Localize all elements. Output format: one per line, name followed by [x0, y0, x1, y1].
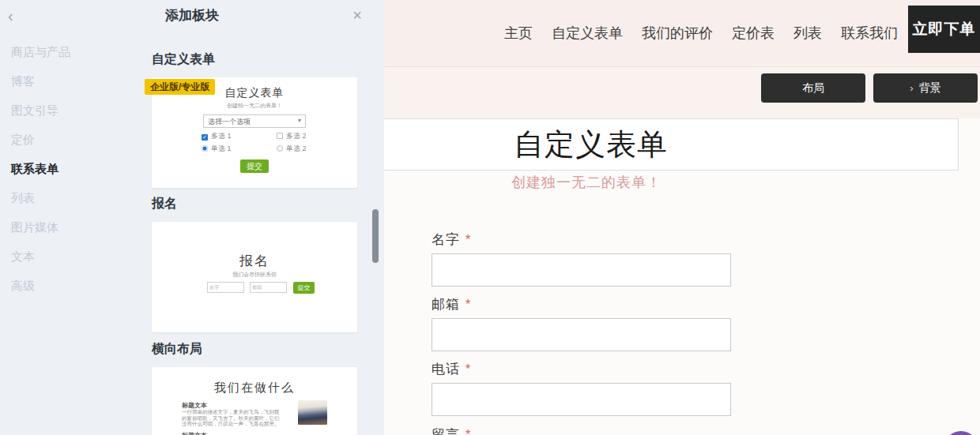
preview-radio-2: 单选 2	[277, 144, 307, 154]
order-now-button[interactable]: 立即下单	[908, 6, 980, 53]
card-preview-title: 我们在做什么	[152, 381, 357, 396]
preview-radio-1-label: 单选 1	[211, 144, 232, 152]
preview-checkbox-1-label: 多选 1	[211, 132, 232, 140]
sidebar-item-contact-form[interactable]: 联系表单	[11, 163, 130, 175]
nav-item-list[interactable]: 列表	[793, 24, 822, 43]
preview-checkbox-2: 多选 2	[277, 131, 307, 141]
panel-title: 添加板块	[0, 6, 384, 26]
preview-item-text: 一行简单的描述文字，夏天的飞鸟，飞到我的窗前唱歌，又飞去了。秋天的黄叶，它们没有…	[182, 409, 283, 427]
sidebar-item-store[interactable]: 商店与产品	[11, 46, 130, 58]
layout-button[interactable]: 布局	[761, 73, 865, 103]
checkbox-checked-icon: ✓	[202, 134, 208, 141]
preview-select-text: 选择一个选项	[208, 117, 251, 127]
section-heading-signup: 报名	[152, 197, 177, 211]
category-sidebar: 商店与产品 博客 图文引导 定价 联系表单 列表 图片媒体 文本 高级	[11, 46, 130, 309]
caret-down-icon: ▾	[298, 117, 301, 124]
required-asterisk: *	[466, 362, 470, 376]
form-field-email: 邮箱*	[432, 295, 731, 313]
field-label: 邮箱	[432, 297, 460, 312]
preview-submit-button: 提交	[240, 159, 269, 173]
nav-item-contact-us[interactable]: 联系我们	[841, 24, 898, 43]
chevron-right-icon: ›	[910, 82, 913, 94]
section-heading-custom-form: 自定义表单	[152, 52, 215, 66]
email-input[interactable]	[432, 318, 731, 351]
name-input[interactable]	[432, 253, 731, 287]
template-card-signup[interactable]: 报名 我们会尽快联系你 提交	[152, 222, 357, 332]
background-button-label: 背景	[919, 81, 941, 96]
preview-item2-heading: 标题文本	[182, 431, 207, 435]
preview-select: 选择一个选项 ▾	[203, 114, 306, 128]
checkbox-unchecked-icon	[277, 133, 283, 139]
preview-email-input	[250, 282, 287, 293]
sidebar-item-advanced[interactable]: 高级	[11, 279, 130, 292]
radio-unselected-icon	[277, 145, 283, 152]
phone-input[interactable]	[432, 383, 731, 416]
preview-submit-button: 提交	[293, 282, 315, 294]
template-card-horizontal-layout[interactable]: 我们在做什么 标题文本 一行简单的描述文字，夏天的飞鸟，飞到我的窗前唱歌，又飞去…	[152, 367, 357, 435]
sidebar-item-blog[interactable]: 博客	[11, 75, 130, 88]
sidebar-item-text[interactable]: 文本	[11, 250, 130, 263]
preview-name-input	[207, 282, 244, 293]
site-nav: 主页 自定义表单 我们的评价 定价表 列表 联系我们	[504, 0, 898, 66]
preview-checkbox-2-label: 多选 2	[286, 132, 307, 140]
required-asterisk: *	[466, 298, 470, 311]
form-section-title[interactable]: 自定义表单	[514, 118, 668, 171]
nav-item-custom-form[interactable]: 自定义表单	[552, 24, 623, 43]
field-label: 留言	[432, 427, 460, 435]
title-edit-box[interactable]	[383, 118, 959, 171]
preview-checkbox-1: ✓多选 1	[202, 131, 232, 141]
sunset-photo-thumbnail	[298, 400, 327, 425]
card-preview-subtitle: 创建独一无二的表单！	[152, 102, 357, 110]
form-field-message: 留言*	[432, 426, 731, 435]
website-builder-app: ‹ 添加板块 × 商店与产品 博客 图文引导 定价 联系表单 列表 图片媒体 文…	[0, 0, 980, 435]
sidebar-item-pricing[interactable]: 定价	[11, 133, 130, 146]
preview-radio-1: 单选 1	[202, 144, 232, 154]
panel-scrollbar-thumb[interactable]	[372, 209, 379, 263]
nav-item-home[interactable]: 主页	[504, 24, 533, 43]
required-asterisk: *	[466, 233, 470, 246]
template-card-custom-form[interactable]: 企业版/专业版 自定义表单 创建独一无二的表单！ 选择一个选项 ▾ ✓多选 1 …	[152, 77, 357, 188]
chat-bubble-button[interactable]	[944, 431, 978, 435]
nav-item-pricing-table[interactable]: 定价表	[732, 24, 775, 43]
close-icon[interactable]: ×	[352, 6, 362, 24]
card-preview-subtitle: 我们会尽快联系你	[152, 271, 357, 279]
sidebar-item-list[interactable]: 列表	[11, 192, 130, 204]
field-label: 电话	[432, 362, 460, 377]
preview-input-row: 提交	[207, 282, 315, 294]
add-section-panel: ‹ 添加板块 × 商店与产品 博客 图文引导 定价 联系表单 列表 图片媒体 文…	[0, 0, 384, 435]
card-preview-title: 报名	[152, 252, 357, 270]
required-asterisk: *	[466, 428, 470, 435]
nav-item-reviews[interactable]: 我们的评价	[642, 24, 713, 43]
form-field-name: 名字*	[432, 231, 731, 249]
section-heading-horizontal: 横向布局	[152, 342, 202, 356]
sidebar-item-media[interactable]: 图片媒体	[11, 221, 130, 234]
sidebar-item-image-guide[interactable]: 图文引导	[11, 104, 130, 117]
field-label: 名字	[432, 232, 460, 247]
background-button[interactable]: › 背景	[873, 73, 978, 103]
form-field-phone: 电话*	[432, 360, 731, 378]
radio-selected-icon	[202, 145, 208, 152]
card-preview-title: 自定义表单	[152, 86, 357, 100]
site-preview: 主页 自定义表单 我们的评价 定价表 列表 联系我们 立即下单 布局 › 背景 …	[384, 0, 980, 435]
form-section-subtitle[interactable]: 创建独一无二的表单！	[511, 173, 662, 192]
preview-radio-2-label: 单选 2	[286, 144, 307, 152]
